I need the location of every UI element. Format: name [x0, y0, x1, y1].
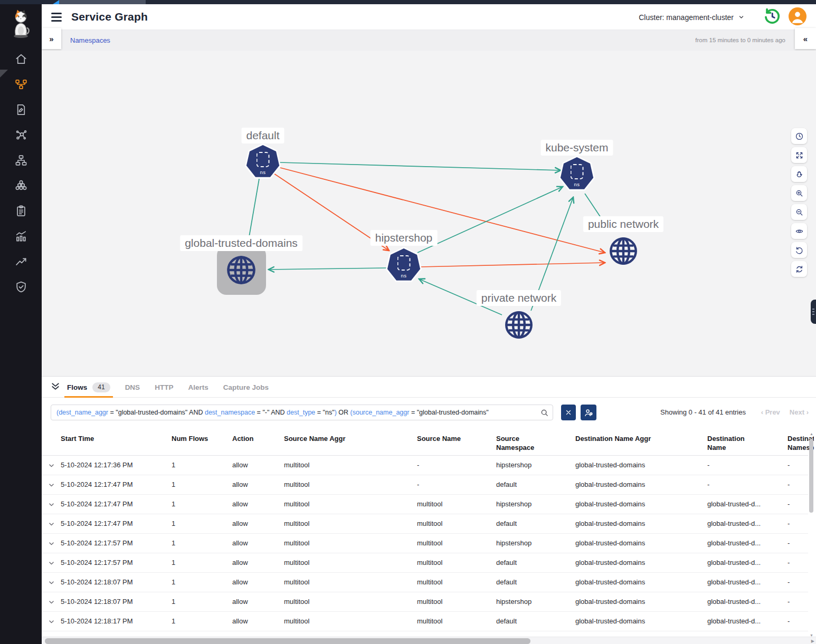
service-graph-canvas[interactable]: nsnsns defaultkube-systemglobal-trusted-…	[42, 51, 816, 376]
sidebar-item-home[interactable]	[0, 46, 42, 72]
menu-toggle-button[interactable]	[51, 13, 63, 22]
zoom-out-icon	[795, 208, 804, 217]
cell-source-namespace: hipstershop	[496, 592, 570, 611]
graph-node-hipstershop[interactable]: ns	[385, 247, 422, 284]
user-gear-icon	[584, 408, 594, 418]
row-expand-chevron[interactable]	[48, 540, 55, 547]
tab-dns[interactable]: DNS	[125, 377, 140, 398]
tab-label: Capture Jobs	[223, 383, 269, 391]
sidebar-item-endpoints[interactable]	[0, 122, 42, 148]
row-expand-chevron[interactable]	[48, 599, 55, 605]
graph-node-public-network[interactable]	[607, 235, 640, 267]
cell-num-flows: 1	[172, 592, 222, 611]
cell-start-time: 5-10-2024 12:17:36 PM	[61, 456, 166, 475]
column-header-source-name[interactable]: Source Name	[417, 435, 488, 454]
flow-table-row[interactable]: 5-10-2024 12:18:07 PM1allowmultitoolmult…	[42, 592, 808, 612]
table-horizontal-scrollbar[interactable]: ▶	[42, 637, 816, 644]
panel-collapse-button[interactable]: «	[795, 28, 816, 49]
row-expand-chevron[interactable]	[48, 521, 55, 527]
graph-node-private-network[interactable]	[502, 309, 535, 341]
cell-destination-name-aggr: global-trusted-domains	[575, 534, 702, 553]
sidebar-item-policies[interactable]	[0, 97, 42, 122]
search-icon	[540, 408, 549, 417]
cell-source-name-aggr: multitool	[284, 612, 411, 631]
tab-alerts[interactable]: Alerts	[188, 377, 208, 398]
prev-page-button[interactable]: ‹ Prev	[761, 405, 780, 420]
graph-node-kube-system[interactable]: ns	[558, 156, 595, 193]
user-menu-button[interactable]	[789, 7, 806, 25]
pan-button[interactable]	[791, 166, 807, 182]
pagination-status: Showing 0 - 41 of 41 entries	[660, 405, 746, 420]
clear-filter-button[interactable]	[561, 405, 576, 420]
table-vertical-scrollbar[interactable]: ▲ ▼	[808, 431, 815, 638]
flow-table-row[interactable]: 5-10-2024 12:17:47 PM1allowmultitoolmult…	[42, 514, 808, 534]
zoom-in-button[interactable]	[791, 185, 807, 201]
flow-table-row[interactable]: 5-10-2024 12:17:36 PM1allowmultitool-hip…	[42, 456, 808, 475]
sidebar-item-compliance[interactable]	[0, 198, 42, 224]
fit-button[interactable]	[791, 147, 807, 163]
home-icon	[14, 52, 28, 66]
cell-num-flows: 1	[172, 534, 222, 553]
row-expand-chevron[interactable]	[48, 560, 55, 566]
scroll-right-arrow[interactable]: ▶	[811, 639, 814, 643]
column-header-start-time[interactable]: Start Time	[61, 435, 161, 454]
column-header-num-flows[interactable]: Num Flows	[172, 435, 222, 454]
flow-table-row[interactable]: 5-10-2024 12:17:57 PM1allowmultitoolmult…	[42, 534, 808, 553]
breadcrumb-expand-button[interactable]: »	[42, 28, 61, 49]
namespace-glyph	[571, 164, 584, 179]
flow-table-row[interactable]: 5-10-2024 12:17:47 PM1allowmultitoolmult…	[42, 495, 808, 514]
time-button[interactable]	[791, 128, 807, 144]
double-chevron-down-icon	[50, 382, 61, 391]
column-header-destination-name-aggr[interactable]: Destination Name Aggr	[575, 435, 699, 454]
cell-action: allow	[232, 456, 277, 475]
visibility-button[interactable]	[791, 223, 807, 239]
row-expand-chevron[interactable]	[48, 462, 55, 469]
column-header-action[interactable]: Action	[232, 435, 277, 454]
zoom-in-icon	[795, 189, 804, 198]
right-drawer-handle[interactable]	[811, 300, 816, 324]
filter-settings-button[interactable]	[581, 405, 596, 420]
refresh-button[interactable]	[791, 261, 807, 277]
cell-source-namespace: hipstershop	[496, 534, 570, 553]
tab-flows[interactable]: Flows41	[67, 377, 110, 398]
fit-icon	[795, 151, 804, 160]
flow-table-row[interactable]: 5-10-2024 12:17:57 PM1allowmultitoolmult…	[42, 553, 808, 573]
horizontal-scroll-thumb[interactable]	[45, 638, 530, 644]
tab-http[interactable]: HTTP	[155, 377, 173, 398]
graph-node-default[interactable]: ns	[244, 143, 281, 180]
flow-table-header: Start TimeNum FlowsActionSource Name Agg…	[42, 430, 808, 456]
avatar-person-icon	[789, 7, 806, 25]
tab-capture-jobs[interactable]: Capture Jobs	[223, 377, 269, 398]
sidebar-item-security[interactable]	[0, 274, 42, 300]
scroll-up-arrow[interactable]: ▲	[808, 431, 815, 437]
cell-num-flows: 1	[172, 495, 222, 514]
row-expand-chevron[interactable]	[48, 579, 55, 586]
next-page-button[interactable]: Next ›	[790, 405, 809, 420]
flow-filter-input[interactable]: (dest_name_aggr = "global-trusted-domain…	[51, 405, 553, 420]
column-header-source-name-aggr[interactable]: Source Name Aggr	[284, 435, 408, 454]
cell-action: allow	[232, 495, 277, 514]
zoom-out-button[interactable]	[791, 204, 807, 220]
cluster-selector[interactable]: Cluster: management-cluster	[639, 4, 744, 30]
history-button[interactable]	[763, 7, 781, 25]
flow-table-row[interactable]: 5-10-2024 12:18:07 PM1allowmultitoolmult…	[42, 573, 808, 592]
graph-node-global-trusted-domains[interactable]	[217, 246, 266, 295]
undo-button[interactable]	[791, 242, 807, 258]
cell-destination-name: global-trusted-d...	[707, 573, 779, 592]
row-expand-chevron[interactable]	[48, 618, 55, 625]
sidebar-item-activity[interactable]	[0, 224, 42, 249]
column-header-source-namespace[interactable]: Source Namespace	[496, 435, 544, 454]
row-expand-chevron[interactable]	[48, 501, 55, 508]
flow-table-row[interactable]: 5-10-2024 12:18:17 PM1allowmultitoolmult…	[42, 612, 808, 631]
sidebar-item-clusters[interactable]	[0, 173, 42, 198]
vertical-scroll-thumb[interactable]	[809, 439, 813, 513]
cell-source-namespace: default	[496, 553, 570, 572]
column-header-destination-name[interactable]: Destination Name	[707, 435, 760, 454]
row-expand-chevron[interactable]	[48, 482, 55, 488]
flow-table-row[interactable]: 5-10-2024 12:17:47 PM1allowmultitool-def…	[42, 475, 808, 495]
collapse-panel-button[interactable]	[50, 382, 61, 392]
sidebar-item-trends[interactable]	[0, 249, 42, 274]
sidebar-item-network[interactable]	[0, 148, 42, 173]
cell-start-time: 5-10-2024 12:18:07 PM	[61, 592, 166, 611]
breadcrumb-namespaces-link[interactable]: Namespaces	[70, 30, 110, 51]
